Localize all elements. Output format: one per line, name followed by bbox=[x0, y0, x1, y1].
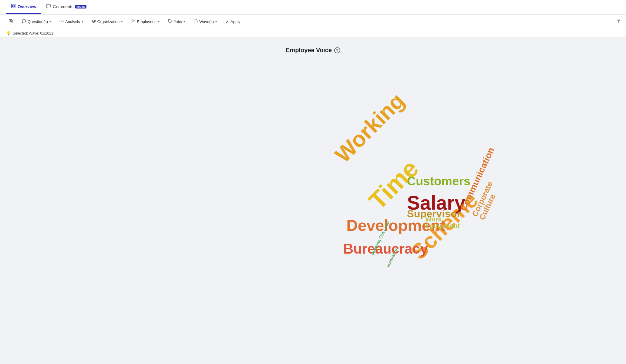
jobs-filter-label: Jobs bbox=[174, 19, 182, 24]
organization-icon bbox=[92, 19, 96, 24]
svg-point-12 bbox=[132, 20, 133, 21]
wave-info-text: Selected: Wave: 01/2021. bbox=[13, 31, 54, 35]
save-button[interactable] bbox=[5, 17, 17, 26]
jobs-chevron-icon: ▾ bbox=[183, 20, 185, 23]
nav-comments[interactable]: Comments update bbox=[41, 0, 91, 14]
top-nav: Overview Comments update bbox=[0, 0, 626, 15]
analysis-filter-label: Analysis bbox=[65, 19, 80, 24]
organization-filter-button[interactable]: Organization ▾ bbox=[88, 17, 126, 26]
svg-marker-18 bbox=[617, 19, 621, 23]
svg-rect-0 bbox=[12, 4, 13, 6]
svg-rect-3 bbox=[14, 6, 15, 8]
svg-rect-5 bbox=[92, 20, 93, 22]
question-filter-button[interactable]: Question(s) ▾ bbox=[18, 17, 55, 26]
main-content: Employee Voice ? WorkingTimeSchemeDevelo… bbox=[0, 38, 626, 242]
svg-rect-2 bbox=[12, 6, 13, 8]
employees-filter-button[interactable]: Employees ▾ bbox=[127, 17, 163, 26]
wave-info-bar: 💡 Selected: Wave: 01/2021. bbox=[0, 29, 626, 38]
analysis-filter-button[interactable]: Analysis ▾ bbox=[56, 17, 86, 26]
organization-chevron-icon: ▾ bbox=[121, 20, 123, 23]
waves-chevron-icon: ▾ bbox=[215, 20, 217, 23]
page-title: Employee Voice ? bbox=[286, 47, 340, 54]
svg-rect-1 bbox=[14, 4, 15, 6]
employees-chevron-icon: ▾ bbox=[158, 20, 160, 23]
word-cloud-word[interactable]: Work Equipment bbox=[425, 216, 460, 229]
help-icon[interactable]: ? bbox=[334, 47, 340, 53]
organization-filter-label: Organization bbox=[97, 19, 120, 24]
filter-bar-items: Question(s) ▾ Analysis ▾ bbox=[5, 17, 621, 26]
svg-point-4 bbox=[61, 21, 62, 22]
jobs-filter-button[interactable]: Jobs ▾ bbox=[164, 17, 189, 26]
page-title-text: Employee Voice bbox=[286, 47, 332, 54]
waves-filter-button[interactable]: Wave(s) ▾ bbox=[190, 17, 220, 26]
bulb-icon: 💡 bbox=[6, 31, 11, 35]
analysis-icon bbox=[59, 19, 64, 24]
word-cloud-word[interactable]: Customers bbox=[407, 175, 470, 187]
employees-icon bbox=[131, 19, 135, 24]
word-cloud-word[interactable]: Working bbox=[331, 89, 408, 166]
jobs-icon bbox=[168, 19, 172, 24]
overview-icon bbox=[11, 4, 16, 10]
question-filter-label: Question(s) bbox=[28, 19, 48, 24]
waves-icon bbox=[194, 19, 198, 24]
funnel-icon[interactable] bbox=[616, 19, 621, 25]
filter-bar: Question(s) ▾ Analysis ▾ bbox=[0, 15, 626, 29]
apply-icon: ✔ bbox=[225, 19, 229, 24]
employees-filter-label: Employees bbox=[137, 19, 156, 24]
nav-overview-label: Overview bbox=[18, 4, 36, 9]
nav-overview[interactable]: Overview bbox=[6, 0, 41, 14]
apply-label: Apply bbox=[231, 19, 241, 24]
update-badge: update bbox=[75, 5, 87, 8]
nav-comments-label: Comments bbox=[53, 4, 73, 9]
word-cloud-word[interactable]: Bureaucracy bbox=[343, 242, 428, 256]
save-icon bbox=[8, 19, 13, 25]
svg-rect-6 bbox=[94, 20, 96, 22]
question-icon bbox=[22, 19, 26, 24]
apply-button[interactable]: ✔ Apply bbox=[222, 18, 244, 26]
analysis-chevron-icon: ▾ bbox=[82, 20, 83, 23]
comments-icon bbox=[46, 4, 51, 10]
svg-rect-14 bbox=[194, 20, 197, 23]
question-chevron-icon: ▾ bbox=[49, 20, 51, 23]
waves-filter-label: Wave(s) bbox=[199, 19, 214, 24]
word-cloud: WorkingTimeSchemeDevelopmentBureaucracyS… bbox=[207, 66, 419, 233]
